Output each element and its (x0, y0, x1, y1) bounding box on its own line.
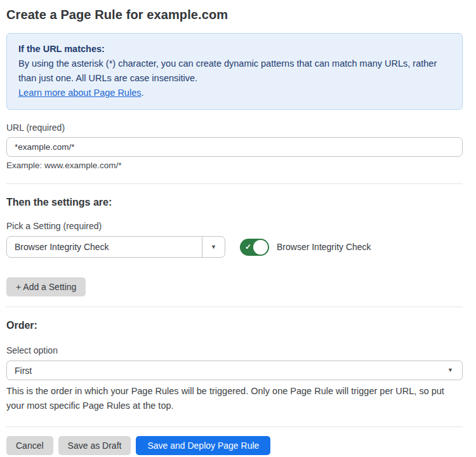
info-box-link-line: Learn more about Page Rules. (18, 86, 451, 100)
setting-picker-value: Browser Integrity Check (7, 237, 202, 257)
divider (6, 427, 463, 427)
divider (6, 183, 463, 184)
divider (6, 307, 463, 307)
chevron-down-icon: ▼ (447, 368, 453, 373)
order-select[interactable]: First ▼ (6, 361, 463, 380)
page-title: Create a Page Rule for example.com (6, 8, 463, 22)
toggle-label: Browser Integrity Check (277, 242, 371, 252)
setting-picker-dropdown[interactable]: Browser Integrity Check ▼ (6, 236, 225, 258)
order-helper-text: This is the order in which your Page Rul… (6, 384, 463, 413)
browser-integrity-toggle[interactable]: ✓ (240, 239, 269, 256)
pick-setting-label: Pick a Setting (required) (6, 221, 463, 231)
setting-picker-arrow-button[interactable]: ▼ (202, 237, 225, 257)
link-suffix: . (141, 88, 143, 98)
save-as-draft-button[interactable]: Save as Draft (58, 436, 131, 455)
order-section-heading: Order: (6, 320, 463, 331)
url-match-info-box: If the URL matches: By using the asteris… (6, 33, 463, 110)
toggle-knob (253, 240, 268, 255)
info-box-heading: If the URL matches: (18, 42, 451, 56)
url-field-label: URL (required) (6, 123, 463, 133)
settings-section-heading: Then the settings are: (6, 197, 463, 208)
setting-row: Browser Integrity Check ▼ ✓ Browser Inte… (6, 236, 463, 258)
footer-buttons: Cancel Save as Draft Save and Deploy Pag… (6, 436, 463, 455)
check-icon: ✓ (245, 243, 251, 251)
save-and-deploy-button[interactable]: Save and Deploy Page Rule (136, 436, 270, 455)
chevron-down-icon: ▼ (211, 244, 216, 250)
info-box-body: By using the asterisk (*) character, you… (18, 56, 451, 86)
cancel-button[interactable]: Cancel (6, 436, 53, 455)
url-input[interactable] (6, 137, 463, 157)
order-select-value: First (15, 366, 32, 376)
page-rule-form: Create a Page Rule for example.com If th… (0, 0, 476, 455)
order-select-label: Select option (6, 345, 463, 355)
learn-more-link[interactable]: Learn more about Page Rules (18, 88, 141, 98)
add-setting-button[interactable]: + Add a Setting (6, 277, 86, 296)
url-example-helper: Example: www.example.com/* (6, 161, 463, 170)
